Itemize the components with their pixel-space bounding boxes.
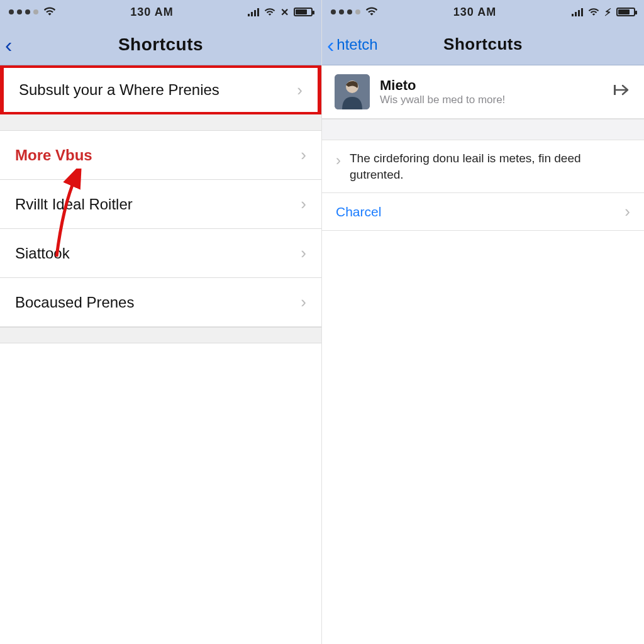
chevron-right-icon: › xyxy=(301,194,306,214)
page-title: Shortcuts xyxy=(443,35,523,54)
link-label: Charcel xyxy=(336,204,625,219)
profile-name: Mieto xyxy=(380,77,604,94)
chevron-right-icon: › xyxy=(301,243,306,263)
chevron-right-icon: › xyxy=(336,152,341,169)
charging-icon: ⚡︎ xyxy=(604,6,611,18)
section-separator xyxy=(0,327,321,343)
chevron-left-icon: ‹ xyxy=(327,34,334,55)
svg-rect-2 xyxy=(614,85,616,95)
signal-icon xyxy=(572,8,583,16)
back-button[interactable]: ‹ xyxy=(5,24,12,65)
section-separator xyxy=(322,119,644,140)
list-item-label: Subsult your a Where Prenies xyxy=(19,81,297,99)
status-time: 130 AM xyxy=(453,6,496,19)
list-item[interactable]: More Vbus › xyxy=(0,131,321,180)
list-item[interactable]: Siattook › xyxy=(0,229,321,278)
wifi-icon xyxy=(43,6,56,19)
status-time: 130 AM xyxy=(130,6,173,19)
status-bar: 130 AM ✕ xyxy=(0,0,321,24)
list-item[interactable]: Bocaused Prenes › xyxy=(0,278,321,327)
list-item-label: Siattook xyxy=(15,245,301,262)
wifi-icon-right xyxy=(588,6,599,19)
chevron-right-icon: › xyxy=(301,145,306,165)
description-text: The cirdeforing donu leail is metes, fin… xyxy=(350,150,630,182)
chevron-right-icon: › xyxy=(297,80,303,100)
nav-bar: ‹ htetch Shortcuts xyxy=(322,24,644,65)
wifi-icon-right xyxy=(264,6,275,19)
battery-icon xyxy=(294,8,313,16)
link-row[interactable]: Charcel › xyxy=(322,193,644,231)
carrier-dots xyxy=(331,9,360,14)
chevron-left-icon: ‹ xyxy=(5,34,12,55)
page-title: Shortcuts xyxy=(118,35,203,55)
share-icon[interactable] xyxy=(614,82,631,102)
profile-row[interactable]: Mieto Wis ywall be med to more! xyxy=(322,65,644,119)
nav-bar: ‹ Shortcuts xyxy=(0,24,321,65)
list-item-label: More Vbus xyxy=(15,147,301,164)
battery-icon xyxy=(616,8,635,16)
avatar xyxy=(335,74,370,109)
chevron-right-icon: › xyxy=(625,202,630,221)
carrier-dots xyxy=(9,9,38,14)
description-row[interactable]: › The cirdeforing donu leail is metes, f… xyxy=(322,140,644,193)
chevron-right-icon: › xyxy=(301,292,306,312)
list-item-highlighted[interactable]: Subsult your a Where Prenies › xyxy=(0,65,321,114)
signal-icon xyxy=(248,8,259,16)
status-bar: 130 AM ⚡︎ xyxy=(322,0,644,24)
back-label: htetch xyxy=(336,36,377,53)
section-separator xyxy=(0,114,321,131)
mute-icon: ✕ xyxy=(280,6,289,18)
list-item-label: Rvillt Ideal Roitler xyxy=(15,196,301,213)
list-item-label: Bocaused Prenes xyxy=(15,294,301,311)
wifi-icon xyxy=(365,6,378,19)
profile-subtitle: Wis ywall be med to more! xyxy=(380,94,604,106)
list-item[interactable]: Rvillt Ideal Roitler › xyxy=(0,180,321,229)
back-button[interactable]: ‹ htetch xyxy=(327,24,378,65)
